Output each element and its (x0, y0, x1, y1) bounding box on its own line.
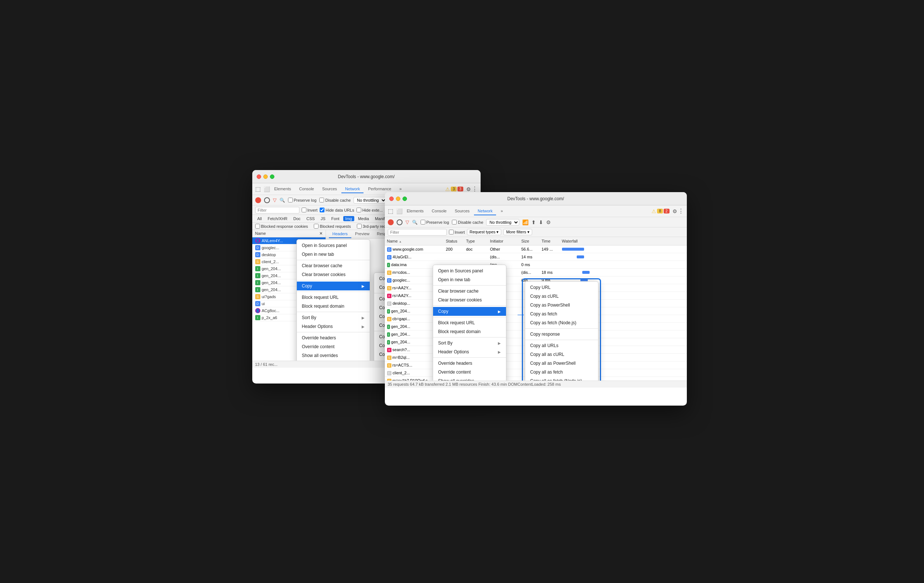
hide-ext-back[interactable]: Hide exte... (356, 208, 383, 212)
cursor-icon-front[interactable]: ⬚ (388, 208, 393, 214)
type-all-back[interactable]: All (255, 216, 264, 221)
menu-block-domain-back[interactable]: Block request domain (297, 302, 370, 311)
preserve-log-back[interactable]: Preserve log (288, 198, 317, 203)
col-header-size-front[interactable]: Size (519, 238, 540, 244)
type-img-back[interactable]: Img (343, 216, 354, 221)
menu-show-overrides-back[interactable]: Show all overrides (297, 351, 370, 360)
menu-show-overrides-front[interactable]: Show all overrides (433, 377, 506, 380)
minimize-button-back[interactable] (263, 175, 268, 179)
sub-copy-fetch-front[interactable]: Copy as fetch (525, 310, 598, 318)
minimize-button-front[interactable] (396, 196, 400, 201)
menu-override-content-front[interactable]: Override content (433, 368, 506, 377)
filter-input-back[interactable] (255, 207, 299, 214)
sub-copy-all-powershell-front[interactable]: Copy all as PowerShell (525, 359, 598, 368)
col-header-time-front[interactable]: Time (540, 238, 560, 244)
menu-override-content-back[interactable]: Override content (297, 342, 370, 351)
col-header-type-front[interactable]: Type (464, 238, 488, 244)
type-fetch-xhr-back[interactable]: Fetch/XHR (266, 216, 290, 221)
type-font-back[interactable]: Font (329, 216, 342, 221)
filter-icon-back[interactable]: ▽ (273, 197, 277, 203)
tab-console-front[interactable]: Console (428, 207, 450, 215)
net-row-3-front[interactable]: Sm=cdos... ):20 (dis... 18 ms (385, 269, 687, 277)
menu-block-url-front[interactable]: Block request URL (433, 318, 506, 327)
throttle-select-front[interactable]: No throttling (486, 219, 519, 226)
search-icon-back[interactable]: 🔍 (279, 198, 285, 203)
net-row-1-front[interactable]: D4UaGrEl... (dis... 14 ms (385, 253, 687, 261)
menu-open-sources-back[interactable]: Open in Sources panel (297, 241, 370, 250)
menu-block-url-back[interactable]: Block request URL (297, 293, 370, 302)
col-header-initiator-front[interactable]: Initiator (488, 238, 519, 244)
menu-header-options-back[interactable]: Header Options ▶ (297, 322, 370, 331)
tab-sources-front[interactable]: Sources (451, 207, 473, 215)
col-header-name-front[interactable]: Name ▲ (385, 238, 444, 244)
device-icon-back[interactable]: ⬜ (264, 186, 270, 192)
sub-copy-curl-front[interactable]: Copy as cURL (525, 292, 598, 301)
menu-override-headers-back[interactable]: Override headers (297, 333, 370, 342)
menu-sort-by-front[interactable]: Sort By ▶ (433, 339, 506, 347)
sub-copy-all-curl-front[interactable]: Copy all as cURL (525, 350, 598, 359)
clear-front[interactable] (397, 219, 403, 225)
tab-sources-back[interactable]: Sources (318, 185, 341, 193)
sub-copy-url-front[interactable]: Copy URL (525, 283, 598, 292)
sub-copy-all-urls-front[interactable]: Copy all URLs (525, 341, 598, 350)
settings2-icon-front[interactable]: ⚙ (546, 219, 551, 225)
throttle-select-back[interactable]: No throttling (353, 197, 387, 204)
tab-more-front[interactable]: » (497, 207, 507, 215)
close-details-back[interactable]: ✕ (319, 231, 323, 236)
request-types-filter-front[interactable]: Request types ▾ (467, 229, 501, 235)
net-row-0-front[interactable]: Dwww.google.com 200 doc Other 56.6... 14… (385, 245, 687, 253)
menu-header-options-front[interactable]: Header Options ▶ (433, 347, 506, 356)
invert-check-back[interactable]: Invert (302, 208, 318, 212)
sub-copy-fetch-nodejs-front[interactable]: Copy as fetch (Node.js) (525, 318, 598, 327)
sub-copy-response-front[interactable]: Copy response (525, 330, 598, 339)
type-media-back[interactable]: Media (356, 216, 371, 221)
stop-recording-front[interactable] (388, 219, 394, 225)
filter-input-front[interactable] (388, 229, 447, 236)
more-filters-front[interactable]: More filters ▾ (503, 229, 532, 235)
more-icon-back[interactable]: ⋮ (472, 186, 478, 193)
type-css-back[interactable]: CSS (304, 216, 317, 221)
clear-back[interactable] (264, 197, 270, 203)
invert-check-front[interactable]: Invert (449, 230, 465, 234)
maximize-button-front[interactable] (403, 196, 407, 201)
menu-clear-cache-back[interactable]: Clear browser cache (297, 261, 370, 270)
type-doc-back[interactable]: Doc (291, 216, 303, 221)
menu-sort-by-back[interactable]: Sort By ▶ (297, 313, 370, 322)
hide-data-urls-back[interactable]: Hide data URLs (320, 208, 354, 212)
settings-icon-back[interactable]: ⚙ (466, 186, 471, 192)
menu-clear-cookies-back[interactable]: Clear browser cookies (297, 270, 370, 279)
menu-open-sources-front[interactable]: Open in Sources panel (433, 267, 506, 275)
menu-copy-back[interactable]: Copy ▶ (297, 282, 370, 290)
preserve-log-front[interactable]: Preserve log (421, 220, 449, 224)
close-button-back[interactable] (257, 175, 261, 179)
search-icon-front[interactable]: 🔍 (412, 220, 417, 225)
detail-tab-headers-back[interactable]: Headers (329, 230, 352, 238)
sub-copy-powershell-front[interactable]: Copy as PowerShell (525, 301, 598, 310)
close-button-front[interactable] (389, 196, 394, 201)
net-row-2-front[interactable]: Idata:ima (me... 0 ms (385, 261, 687, 269)
sub-copy-all-fetch-nodejs-front[interactable]: Copy all as fetch (Node.js) (525, 377, 598, 380)
menu-open-new-tab-front[interactable]: Open in new tab (433, 275, 506, 284)
detail-tab-preview-back[interactable]: Preview (351, 230, 373, 238)
menu-override-headers-front[interactable]: Override headers (433, 359, 506, 368)
menu-copy-front[interactable]: Copy ▶ (433, 307, 506, 316)
tab-network-front[interactable]: Network (474, 207, 496, 215)
menu-block-domain-front[interactable]: Block request domain (433, 327, 506, 336)
menu-open-new-tab-back[interactable]: Open in new tab (297, 250, 370, 259)
sub-copy-all-fetch-front[interactable]: Copy all as fetch (525, 368, 598, 377)
tab-elements-back[interactable]: Elements (271, 185, 295, 193)
col-header-status-front[interactable]: Status (444, 238, 464, 244)
type-js-back[interactable]: JS (318, 216, 328, 221)
cursor-icon-back[interactable]: ⬚ (255, 186, 261, 193)
menu-clear-cache-front[interactable]: Clear browser cache (433, 287, 506, 296)
disable-cache-back[interactable]: Disable cache (319, 198, 351, 203)
maximize-button-back[interactable] (270, 175, 274, 179)
settings-icon-front[interactable]: ⚙ (672, 208, 677, 214)
device-icon-front[interactable]: ⬜ (396, 208, 403, 214)
filter-icon-front[interactable]: ▽ (406, 219, 409, 225)
col-header-waterfall-front[interactable]: Waterfall (560, 238, 687, 244)
menu-clear-cookies-front[interactable]: Clear browser cookies (433, 296, 506, 305)
more-icon-front[interactable]: ⋮ (678, 208, 684, 214)
tab-network-back[interactable]: Network (342, 185, 363, 193)
tab-console-back[interactable]: Console (295, 185, 317, 193)
